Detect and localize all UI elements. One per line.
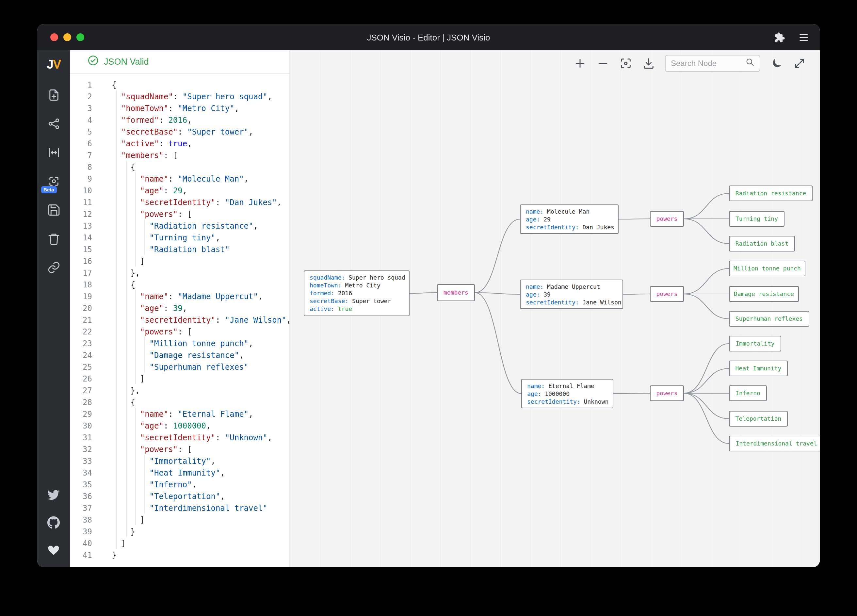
token bbox=[112, 445, 140, 454]
github-icon[interactable] bbox=[47, 516, 60, 530]
code-text: }, bbox=[112, 385, 140, 396]
delete-icon[interactable] bbox=[47, 232, 60, 246]
graph-array-node[interactable]: members bbox=[437, 284, 475, 301]
graph-leaf-node[interactable]: Million tonne punch bbox=[729, 261, 805, 276]
json-editor-panel[interactable]: JSON Valid 1{2 "squadName": "Super hero … bbox=[70, 50, 290, 567]
code-text: ] bbox=[112, 255, 145, 267]
graph-edge bbox=[619, 219, 650, 219]
twitter-icon[interactable] bbox=[47, 489, 60, 502]
token: : bbox=[164, 421, 173, 430]
node-value: Dan Jukes bbox=[582, 224, 614, 230]
graph-array-node[interactable]: powers bbox=[650, 385, 684, 401]
code-text: "powers": [ bbox=[112, 326, 192, 338]
graph-object-node[interactable]: name: Eternal Flameage: 1000000secretIde… bbox=[521, 379, 613, 408]
title-bar[interactable]: JSON Visio - Editor | JSON Visio bbox=[37, 24, 820, 50]
graph-leaf-node[interactable]: Radiation resistance bbox=[729, 186, 812, 201]
search-icon[interactable] bbox=[745, 57, 755, 69]
focus-mode-icon[interactable]: Beta bbox=[47, 175, 60, 188]
token: , bbox=[239, 351, 244, 360]
code-text: ] bbox=[112, 538, 126, 549]
code-text: "secretIdentity": "Dan Jukes", bbox=[112, 197, 282, 208]
dark-mode-moon-icon[interactable] bbox=[770, 57, 783, 70]
graph-leaf-node[interactable]: Teleportation bbox=[729, 411, 788, 427]
line-number: 5 bbox=[70, 126, 92, 138]
share-link-icon[interactable] bbox=[47, 261, 60, 274]
line-number: 11 bbox=[70, 197, 92, 208]
extensions-puzzle-icon[interactable] bbox=[774, 32, 785, 43]
token: , bbox=[254, 221, 258, 231]
node-row: name: Madame Uppercut bbox=[526, 283, 617, 290]
app-window: JSON Visio - Editor | JSON Visio JV bbox=[37, 24, 820, 567]
token: "Molecule Man" bbox=[178, 175, 244, 184]
token: 39 bbox=[173, 304, 183, 313]
token: "Eternal Flame" bbox=[178, 410, 249, 419]
node-label: Million tonne punch bbox=[733, 265, 801, 272]
zoom-button[interactable] bbox=[76, 33, 84, 41]
code-line: 2 "squadName": "Super hero squad", bbox=[70, 91, 289, 102]
app-logo[interactable]: JV bbox=[47, 57, 61, 72]
code-text: "squadName": "Super hero squad", bbox=[112, 91, 272, 102]
new-document-icon[interactable] bbox=[47, 88, 60, 102]
token bbox=[112, 104, 121, 113]
node-key: name: bbox=[526, 208, 547, 215]
token bbox=[112, 175, 140, 184]
download-icon[interactable] bbox=[642, 57, 655, 70]
token bbox=[112, 457, 150, 466]
graph-leaf-node[interactable]: Inferno bbox=[729, 385, 767, 401]
graph-canvas[interactable]: squadName: Super hero squadhomeTown: Met… bbox=[290, 50, 820, 567]
graph-leaf-node[interactable]: Damage resistance bbox=[729, 286, 799, 302]
zoom-out-icon[interactable] bbox=[596, 57, 609, 70]
graph-edge bbox=[475, 219, 520, 293]
token: "secretIdentity" bbox=[140, 433, 215, 442]
center-focus-icon[interactable] bbox=[619, 57, 632, 70]
graph-edge bbox=[623, 294, 650, 294]
line-number: 7 bbox=[70, 150, 92, 161]
node-key: secretIdentity: bbox=[527, 398, 584, 405]
graph-leaf-node[interactable]: Superhuman reflexes bbox=[729, 311, 809, 327]
fit-width-icon[interactable] bbox=[47, 145, 60, 159]
heart-icon[interactable] bbox=[47, 543, 60, 557]
graph-leaf-node[interactable]: Interdimensional travel bbox=[729, 436, 820, 451]
save-icon[interactable] bbox=[47, 203, 60, 217]
menu-icon[interactable] bbox=[798, 32, 809, 43]
token: "secretBase" bbox=[121, 127, 178, 136]
graph-object-node[interactable]: name: Madame Uppercutage: 39secretIdenti… bbox=[520, 280, 623, 309]
token: "Jane Wilson" bbox=[225, 316, 286, 325]
token bbox=[112, 316, 140, 325]
close-button[interactable] bbox=[50, 33, 58, 41]
graph-array-node[interactable]: powers bbox=[650, 211, 684, 227]
graph-leaf-node[interactable]: Heat Immunity bbox=[729, 361, 788, 376]
json-valid-status: JSON Valid bbox=[104, 57, 149, 67]
token: "Heat Immunity" bbox=[150, 468, 220, 478]
code-line: 9 "name": "Molecule Man", bbox=[70, 173, 289, 185]
code-text: "Damage resistance", bbox=[112, 350, 244, 361]
code-text: "secretIdentity": "Jane Wilson", bbox=[112, 314, 290, 326]
code-line: 1{ bbox=[70, 79, 289, 91]
code-text: } bbox=[112, 549, 116, 561]
token: ] bbox=[112, 515, 145, 525]
node-row: secretIdentity: Dan Jukes bbox=[526, 223, 613, 231]
node-row: age: 39 bbox=[526, 290, 617, 298]
node-row: active: true bbox=[309, 305, 404, 313]
zoom-in-icon[interactable] bbox=[574, 57, 586, 70]
graph-leaf-node[interactable]: Radiation blast bbox=[729, 236, 795, 251]
code-lines[interactable]: 1{2 "squadName": "Super hero squad",3 "h… bbox=[70, 74, 289, 567]
graph-array-node[interactable]: powers bbox=[650, 286, 684, 302]
node-row: formed: 2016 bbox=[309, 289, 404, 297]
graph-layout-icon[interactable] bbox=[47, 117, 60, 131]
graph-leaf-node[interactable]: Turning tiny bbox=[729, 211, 784, 227]
minimize-button[interactable] bbox=[63, 33, 71, 41]
node-label: Interdimensional travel bbox=[735, 440, 817, 447]
code-text: "powers": [ bbox=[112, 444, 192, 455]
node-key: age: bbox=[526, 216, 543, 223]
graph-object-node[interactable]: squadName: Super hero squadhomeTown: Met… bbox=[304, 271, 410, 316]
code-line: 28 { bbox=[70, 396, 289, 408]
graph-object-node[interactable]: name: Molecule Manage: 29secretIdentity:… bbox=[520, 204, 619, 234]
fullscreen-icon[interactable] bbox=[793, 57, 806, 70]
graph-leaf-node[interactable]: Immortality bbox=[729, 336, 781, 351]
graph-edge bbox=[684, 294, 729, 319]
token bbox=[112, 421, 140, 430]
search-node-input[interactable] bbox=[671, 59, 741, 68]
code-line: 21 "secretIdentity": "Jane Wilson", bbox=[70, 314, 289, 326]
token: 29 bbox=[173, 186, 183, 195]
